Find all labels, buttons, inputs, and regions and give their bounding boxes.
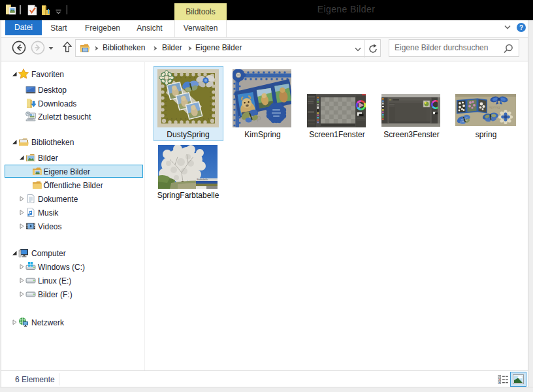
svg-text:Farbtabelle: Farbtabelle xyxy=(197,178,208,181)
svg-text:?: ? xyxy=(519,24,523,31)
svg-text:spring: spring xyxy=(489,105,500,109)
